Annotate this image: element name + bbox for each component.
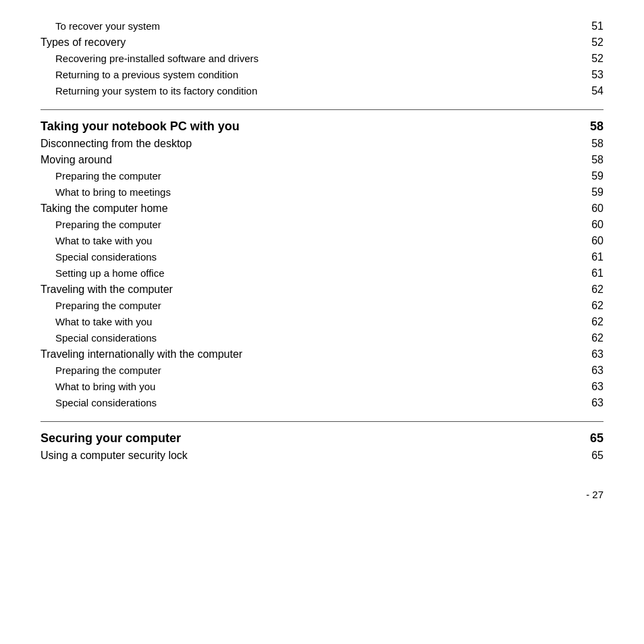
entry-text: Preparing the computer bbox=[41, 365, 576, 376]
entry-text: Setting up a home office bbox=[41, 267, 576, 279]
toc-entry: Setting up a home office61 bbox=[41, 267, 603, 279]
entry-text: Special considerations bbox=[41, 332, 576, 344]
toc-entry: Preparing the computer60 bbox=[41, 219, 603, 231]
entry-text: Special considerations bbox=[41, 251, 576, 263]
entry-page: 59 bbox=[576, 186, 603, 198]
toc-entry: What to take with you60 bbox=[41, 235, 603, 247]
section-title: Taking your notebook PC with you bbox=[41, 119, 576, 134]
entry-page: 62 bbox=[576, 284, 603, 296]
section-header: Securing your computer65 bbox=[41, 431, 603, 446]
entry-text: To recover your system bbox=[41, 20, 576, 32]
entry-page: 60 bbox=[576, 235, 603, 247]
entry-page: 62 bbox=[576, 300, 603, 312]
toc-entry: Returning your system to its factory con… bbox=[41, 85, 603, 97]
toc-entry: What to bring to meetings59 bbox=[41, 186, 603, 198]
entry-page: 61 bbox=[576, 267, 603, 279]
toc-entry: Taking the computer home60 bbox=[41, 203, 603, 215]
toc-entry: Moving around58 bbox=[41, 154, 603, 166]
entry-text: Traveling with the computer bbox=[41, 284, 576, 296]
entry-text: What to bring with you bbox=[41, 381, 576, 392]
toc-entry: What to take with you62 bbox=[41, 316, 603, 328]
entry-page: 53 bbox=[576, 69, 603, 81]
section1-block: Taking your notebook PC with you58Discon… bbox=[41, 119, 603, 409]
entry-page: 63 bbox=[576, 381, 603, 393]
entry-page: 58 bbox=[576, 138, 603, 150]
section-page: 58 bbox=[576, 119, 603, 134]
entry-page: 63 bbox=[576, 397, 603, 409]
entry-text: Preparing the computer bbox=[41, 170, 576, 182]
entry-text: What to take with you bbox=[41, 316, 576, 327]
entry-page: 60 bbox=[576, 203, 603, 215]
toc-entry: Special considerations62 bbox=[41, 332, 603, 344]
entry-text: Preparing the computer bbox=[41, 219, 576, 230]
entry-text: What to take with you bbox=[41, 235, 576, 246]
entry-text: Special considerations bbox=[41, 397, 576, 408]
toc-entry: Returning to a previous system condition… bbox=[41, 69, 603, 81]
entry-text: Taking the computer home bbox=[41, 203, 576, 215]
entry-page: 65 bbox=[576, 450, 603, 462]
entry-page: 60 bbox=[576, 219, 603, 231]
toc-entry: Special considerations63 bbox=[41, 397, 603, 409]
entry-page: 63 bbox=[576, 365, 603, 377]
toc-entry: Preparing the computer59 bbox=[41, 170, 603, 182]
page-number: - 27 bbox=[41, 489, 603, 500]
toc-entry: Preparing the computer62 bbox=[41, 300, 603, 312]
entry-page: 61 bbox=[576, 251, 603, 263]
entry-text: Returning your system to its factory con… bbox=[41, 85, 576, 97]
section-title: Securing your computer bbox=[41, 431, 576, 446]
top-entries: To recover your system51Types of recover… bbox=[41, 20, 603, 97]
toc-entry: Recovering pre-installed software and dr… bbox=[41, 53, 603, 65]
entry-page: 54 bbox=[576, 85, 603, 97]
entry-text: Types of recovery bbox=[41, 36, 576, 49]
toc-entry: Traveling internationally with the compu… bbox=[41, 348, 603, 360]
section-header: Taking your notebook PC with you58 bbox=[41, 119, 603, 134]
entry-text: What to bring to meetings bbox=[41, 186, 576, 198]
toc-entry: What to bring with you63 bbox=[41, 381, 603, 393]
section2-block: Securing your computer65Using a computer… bbox=[41, 431, 603, 462]
toc-entry: Disconnecting from the desktop58 bbox=[41, 138, 603, 150]
divider-1 bbox=[41, 109, 603, 110]
entry-text: Using a computer security lock bbox=[41, 450, 576, 462]
entry-page: 52 bbox=[576, 53, 603, 65]
toc-entry: To recover your system51 bbox=[41, 20, 603, 32]
entry-page: 62 bbox=[576, 316, 603, 328]
divider-2 bbox=[41, 421, 603, 422]
toc-entry: Preparing the computer63 bbox=[41, 365, 603, 377]
section-page: 65 bbox=[576, 431, 603, 446]
entry-text: Preparing the computer bbox=[41, 300, 576, 311]
toc-entry: Types of recovery52 bbox=[41, 36, 603, 49]
entry-page: 62 bbox=[576, 332, 603, 344]
entry-page: 51 bbox=[576, 20, 603, 32]
toc-entry: Using a computer security lock65 bbox=[41, 450, 603, 462]
entry-text: Moving around bbox=[41, 154, 576, 166]
entry-text: Returning to a previous system condition bbox=[41, 69, 576, 80]
entry-page: 58 bbox=[576, 154, 603, 166]
entry-text: Disconnecting from the desktop bbox=[41, 138, 576, 150]
entry-page: 59 bbox=[576, 170, 603, 182]
entry-text: Traveling internationally with the compu… bbox=[41, 348, 576, 360]
toc-entry: Traveling with the computer62 bbox=[41, 284, 603, 296]
entry-text: Recovering pre-installed software and dr… bbox=[41, 53, 576, 64]
entry-page: 52 bbox=[576, 36, 603, 49]
entry-page: 63 bbox=[576, 348, 603, 360]
toc-entry: Special considerations61 bbox=[41, 251, 603, 263]
